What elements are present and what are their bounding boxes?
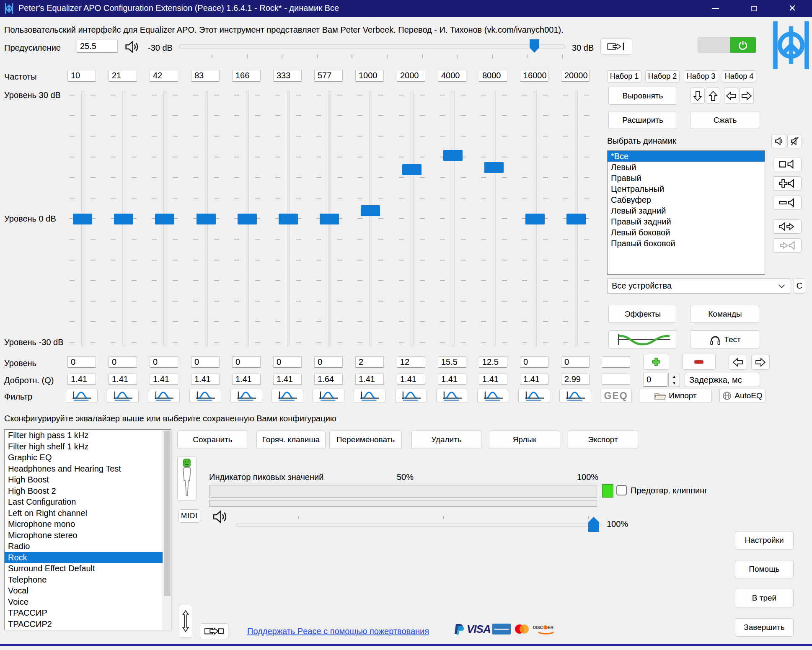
- close-button[interactable]: ✕: [779, 0, 805, 17]
- band-freq-input[interactable]: 333: [273, 70, 302, 82]
- extra-q-input[interactable]: [602, 374, 630, 385]
- band-slider-thumb[interactable]: [197, 214, 216, 224]
- preset-list-item[interactable]: Filter high pass 1 kHz: [5, 430, 163, 441]
- prevent-clipping-checkbox[interactable]: [616, 485, 627, 495]
- speaker-remove-button[interactable]: [773, 196, 802, 210]
- help-button[interactable]: Помощь: [735, 560, 794, 578]
- band-freq-input[interactable]: 10: [67, 70, 96, 82]
- speaker-add-button[interactable]: [773, 176, 802, 191]
- speaker-copy-from-button[interactable]: [773, 238, 802, 253]
- delete-button[interactable]: Удалить: [411, 431, 481, 449]
- band-q-input[interactable]: 1.41: [355, 374, 384, 385]
- volume-speaker-icon[interactable]: [212, 508, 228, 525]
- band-filter-button[interactable]: [189, 389, 221, 403]
- preset-list-item[interactable]: Graphic EQ: [5, 452, 163, 463]
- hotkey-button[interactable]: Горяч. клавиша: [256, 431, 326, 449]
- band-slider-track[interactable]: [493, 91, 496, 346]
- band-filter-button[interactable]: [230, 389, 262, 403]
- donate-link[interactable]: Поддержать Peace с помощью пожертвования: [247, 627, 429, 636]
- tray-button[interactable]: В трей: [735, 589, 794, 607]
- volume-slider-track[interactable]: [236, 524, 602, 527]
- band-level-input[interactable]: 0: [520, 356, 548, 368]
- band-slider-track[interactable]: [369, 91, 372, 346]
- curve-button[interactable]: [608, 330, 677, 348]
- band-filter-button[interactable]: [66, 389, 98, 403]
- band-slider-thumb[interactable]: [114, 214, 133, 224]
- band-q-input[interactable]: 1.41: [191, 374, 220, 385]
- preset-list-item[interactable]: High Boost 2: [5, 485, 163, 497]
- band-level-input[interactable]: 12: [397, 356, 425, 368]
- band-freq-input[interactable]: 166: [232, 70, 261, 82]
- band-q-input[interactable]: 1.41: [273, 374, 302, 385]
- save-button[interactable]: Сохранить: [177, 431, 248, 449]
- speaker-list-item[interactable]: Левый боковой: [608, 227, 765, 238]
- band-slider-thumb[interactable]: [525, 214, 545, 224]
- c-button[interactable]: C: [794, 278, 805, 294]
- speaker-list-item[interactable]: Левый задний: [608, 205, 765, 216]
- band-q-input[interactable]: 1.41: [438, 374, 466, 385]
- rename-button[interactable]: Переименовать: [329, 431, 402, 449]
- preset-list-item[interactable]: Voice: [5, 596, 163, 608]
- band-q-input[interactable]: 1.64: [314, 374, 343, 385]
- preset-list-item[interactable]: Microphone mono: [5, 518, 163, 530]
- preamp-slider-track[interactable]: [179, 44, 565, 49]
- shift-down-button[interactable]: [690, 88, 705, 104]
- speaker-list-item[interactable]: Левый: [608, 162, 765, 173]
- shift-left-button[interactable]: [724, 88, 738, 104]
- band-filter-button[interactable]: [354, 389, 385, 403]
- band-filter-button[interactable]: [559, 389, 591, 403]
- band-level-input[interactable]: 15.5: [438, 356, 466, 368]
- compress-button[interactable]: Сжать: [690, 111, 760, 129]
- band-freq-input[interactable]: 83: [191, 70, 220, 82]
- band-slider-track[interactable]: [452, 91, 455, 346]
- effects-button[interactable]: Эффекты: [608, 305, 677, 323]
- band-slider-thumb[interactable]: [238, 214, 257, 224]
- preset-list-item[interactable]: Telephone: [5, 574, 163, 586]
- speaker-list-item[interactable]: Правый боковой: [608, 238, 765, 249]
- test-button[interactable]: Тест: [690, 330, 760, 348]
- band-slider-thumb[interactable]: [443, 150, 463, 161]
- preamp-value-input[interactable]: 25.5: [77, 40, 118, 53]
- spinner-down-icon[interactable]: ▼: [669, 380, 680, 387]
- preset-list-item[interactable]: Headphones and Hearing Test: [5, 463, 163, 475]
- band-freq-input[interactable]: 1000: [355, 70, 384, 82]
- band-left-button[interactable]: [729, 355, 747, 370]
- preset-list-item[interactable]: Rock: [5, 552, 163, 563]
- extra-level-input[interactable]: [602, 356, 630, 368]
- midi-button[interactable]: MIDI: [178, 509, 200, 523]
- preamp-slider-thumb[interactable]: [530, 39, 539, 53]
- preset-list-item[interactable]: Filter high shelf 1 kHz: [5, 441, 163, 452]
- list-scroll-button[interactable]: [179, 605, 192, 637]
- expand-button[interactable]: Расширить: [608, 111, 677, 129]
- speaker-mute-button[interactable]: [787, 134, 802, 148]
- preset-list-item[interactable]: Last Configuration: [5, 496, 163, 508]
- speaker-square-button[interactable]: [773, 157, 802, 171]
- delay-spinner[interactable]: ▲ ▼: [668, 373, 680, 387]
- preset-scrollbar[interactable]: [163, 430, 171, 630]
- speaker-list-item[interactable]: *Все: [608, 151, 765, 162]
- band-freq-input[interactable]: 2000: [397, 70, 425, 82]
- export-preset-button[interactable]: Экспорт: [568, 431, 638, 449]
- band-slider-thumb[interactable]: [566, 214, 586, 224]
- band-q-input[interactable]: 1.41: [109, 374, 137, 385]
- band-slider-track[interactable]: [411, 91, 414, 346]
- delay-value-input[interactable]: 0: [643, 373, 667, 387]
- preset-list-item[interactable]: Vocal: [5, 585, 163, 596]
- band-q-input[interactable]: 1.41: [397, 374, 425, 385]
- band-slider-thumb[interactable]: [73, 214, 92, 224]
- band-level-input[interactable]: 0: [273, 356, 302, 368]
- shift-up-button[interactable]: [706, 88, 720, 104]
- band-level-input[interactable]: 0: [191, 356, 220, 368]
- band-level-input[interactable]: 0: [67, 356, 96, 368]
- set1-button[interactable]: Набор 1: [607, 70, 641, 83]
- band-slider-thumb[interactable]: [402, 164, 422, 175]
- shortcut-button[interactable]: Ярлык: [489, 431, 560, 449]
- band-q-input[interactable]: 1.41: [150, 374, 178, 385]
- maximize-button[interactable]: [741, 0, 767, 17]
- band-freq-input[interactable]: 21: [109, 70, 137, 82]
- preset-list-item[interactable]: Radio: [5, 541, 163, 552]
- band-filter-button[interactable]: [272, 389, 303, 403]
- band-q-input[interactable]: 1.41: [232, 374, 261, 385]
- band-slider-thumb[interactable]: [361, 205, 380, 216]
- band-filter-button[interactable]: [518, 389, 550, 403]
